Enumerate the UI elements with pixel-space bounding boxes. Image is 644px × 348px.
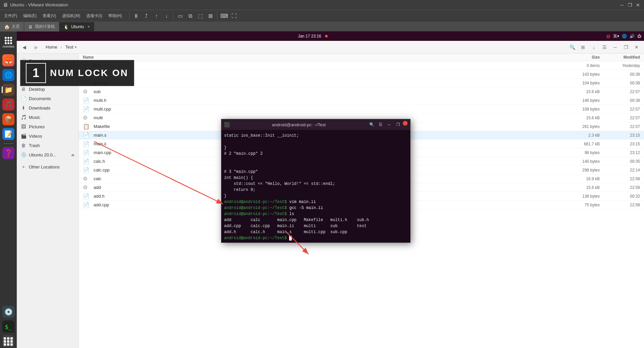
- minus-icon[interactable]: ⊖: [606, 33, 610, 40]
- tab-ubuntu[interactable]: 🐧 Ubuntu ×: [59, 22, 94, 31]
- dock-item-music[interactable]: 🎵: [2, 98, 15, 111]
- view-toggle-button[interactable]: ⊞: [578, 43, 588, 52]
- terminal-icon: $_: [2, 321, 14, 333]
- downloads-icon: ⬇: [21, 105, 26, 111]
- file-modified: 22:57: [600, 89, 640, 94]
- minimize-button[interactable]: ─: [619, 2, 625, 8]
- table-row[interactable]: 📁 test 0 items Yesterday: [79, 61, 644, 70]
- ubuntu-tab-close[interactable]: ×: [88, 24, 90, 29]
- console-button[interactable]: ⌨: [219, 11, 229, 21]
- term-line: add.cpp calc.cpp main.ii multi sub test: [224, 223, 408, 229]
- fullscreen-button[interactable]: ⛶: [229, 11, 239, 21]
- vmware-titlebar: 🖥 Ubuntu - VMware Workstation ─ ❐ ✕: [0, 0, 644, 10]
- path-home[interactable]: Home: [44, 44, 59, 50]
- term-line-last: android@android-pc:~/Test$: [224, 235, 408, 241]
- file-size: 298 bytes: [566, 168, 600, 172]
- terminal-restore-button[interactable]: ❐: [394, 121, 401, 128]
- view-btn-4[interactable]: ⊠: [206, 11, 215, 21]
- dock-item-software[interactable]: 📦: [2, 113, 15, 126]
- menu-help[interactable]: 帮助(H): [106, 12, 125, 20]
- nautilus-sidebar: 🕐 Recent ★ Starred 🏠 Home 🖥 Desktop: [17, 54, 79, 348]
- eject-icon[interactable]: ⏏: [71, 153, 74, 157]
- view-btn-3[interactable]: ⬚: [196, 11, 205, 21]
- table-row[interactable]: 📄 multi.h 146 bytes 00:38: [79, 96, 644, 105]
- home-tab-label: 主页: [12, 24, 20, 29]
- close-button[interactable]: ✕: [635, 2, 641, 8]
- dock-item-terminal[interactable]: $_: [2, 320, 15, 333]
- firefox-icon: 🦊: [2, 54, 14, 66]
- file-modified: 22:58: [600, 203, 640, 207]
- nautilus-close-btn[interactable]: ✕: [632, 43, 641, 52]
- term-prompt-last: android@android-pc:~/Test$: [224, 236, 287, 240]
- dock-item-apps[interactable]: [2, 335, 15, 348]
- toolbar-btn-3[interactable]: ↑: [152, 11, 161, 21]
- dock-item-browser[interactable]: 🌐: [2, 68, 15, 82]
- table-row[interactable]: 📄 multi.cpp 108 bytes 22:57: [79, 105, 644, 114]
- file-size: 143 bytes: [566, 72, 600, 77]
- term-line: int main() {: [224, 175, 408, 181]
- view-btn-1[interactable]: ▭: [175, 11, 185, 21]
- topbar-center: Jan 17 23:16: [19, 34, 606, 39]
- sidebar-item-music[interactable]: 🎵 Music: [17, 113, 78, 122]
- term-line: android@android-pc:~/Test$ gcc -S main.i…: [224, 205, 408, 211]
- dock-item-firefox[interactable]: 🦊: [2, 54, 15, 67]
- topbar-lang[interactable]: 英▾: [613, 33, 619, 39]
- sidebar-item-ubuntu-drive[interactable]: 💿 Ubuntu 20.0... ⏏: [17, 150, 78, 159]
- terminal-close-button[interactable]: [403, 121, 408, 126]
- dock-item-help[interactable]: ❓: [2, 146, 15, 160]
- pause-button[interactable]: ⏸: [131, 11, 141, 21]
- menu-file[interactable]: 文件(F): [1, 12, 20, 20]
- back-button[interactable]: ◀: [19, 43, 29, 52]
- sidebar-item-downloads[interactable]: ⬇ Downloads: [17, 103, 78, 113]
- sidebar-item-videos[interactable]: 🎬 Videos: [17, 131, 78, 141]
- toolbar-btn-4[interactable]: ↓: [162, 11, 171, 21]
- dock-item-libreoffice[interactable]: 📝: [2, 127, 15, 141]
- table-row[interactable]: 📄 sub.cpp 104 bytes 00:38: [79, 79, 644, 87]
- sidebar-item-pictures[interactable]: 🖼 Pictures: [17, 122, 78, 131]
- terminal-minimize-button[interactable]: ─: [385, 121, 393, 128]
- tab-my-computer[interactable]: 🖥 我的计算机: [24, 22, 59, 31]
- activities-button[interactable]: Activities: [0, 34, 17, 51]
- terminal-body[interactable]: static ios_base::Init __ioinit; } # 2 "m…: [221, 130, 410, 242]
- forward-button[interactable]: ▶: [32, 43, 41, 52]
- term-prompt: android@android-pc:~/Test$: [224, 212, 287, 216]
- file-modified: 22:57: [600, 124, 640, 129]
- terminal-search-button[interactable]: 🔍: [368, 121, 375, 128]
- menu-vm[interactable]: 虚拟机(M): [59, 12, 83, 20]
- nautilus-minimize-btn[interactable]: ─: [610, 43, 620, 52]
- restore-button[interactable]: ❐: [627, 2, 633, 8]
- file-size: 261 bytes: [566, 124, 600, 129]
- ubuntu-tab-icon: 🐧: [63, 24, 69, 29]
- tab-home[interactable]: 🏠 主页: [0, 22, 24, 31]
- app-title: Ubuntu - VMware Workstation: [10, 2, 68, 7]
- sort-button[interactable]: ↓: [589, 43, 598, 52]
- search-button[interactable]: 🔍: [568, 43, 577, 52]
- menu-button[interactable]: ☰: [600, 43, 609, 52]
- file-size: 15.6 kB: [566, 185, 600, 190]
- menu-tabs[interactable]: 选项卡(I): [84, 12, 105, 20]
- file-name: sub.h: [94, 72, 566, 77]
- sidebar-pictures-label: Pictures: [29, 124, 45, 129]
- dock-separator: [3, 143, 13, 144]
- dock-item-dvd[interactable]: 💿: [2, 305, 15, 319]
- terminal-menu-button[interactable]: ☰: [377, 121, 384, 128]
- menu-edit[interactable]: 编辑(E): [20, 12, 39, 20]
- dock-item-files[interactable]: 📁: [2, 83, 15, 96]
- view-btn-2[interactable]: ⧉: [185, 11, 195, 21]
- table-row[interactable]: 📄 sub.h 143 bytes 00:38: [79, 70, 644, 79]
- toolbar-btn-2[interactable]: ⤴: [142, 11, 151, 21]
- column-name-header[interactable]: Name: [83, 55, 566, 60]
- file-modified: 00:35: [600, 159, 640, 164]
- menu-view[interactable]: 查看(V): [40, 12, 59, 20]
- sidebar-item-add-location[interactable]: + Other Locations: [17, 162, 78, 171]
- nautilus-maximize-btn[interactable]: ❐: [621, 43, 631, 52]
- power-icon[interactable]: ⏻: [637, 34, 641, 39]
- table-row[interactable]: ⚙ sub 15.6 kB 22:57: [79, 87, 644, 96]
- sidebar-item-documents[interactable]: 📄 Documents: [17, 94, 78, 103]
- file-icon: ⚙: [83, 88, 91, 95]
- path-dropdown-icon[interactable]: ▾: [75, 45, 76, 49]
- path-folder[interactable]: Test ▾: [63, 44, 78, 50]
- sidebar-item-trash[interactable]: 🗑 Trash: [17, 141, 78, 150]
- column-modified-header[interactable]: Modified: [600, 55, 640, 60]
- column-size-header[interactable]: Size: [566, 55, 600, 60]
